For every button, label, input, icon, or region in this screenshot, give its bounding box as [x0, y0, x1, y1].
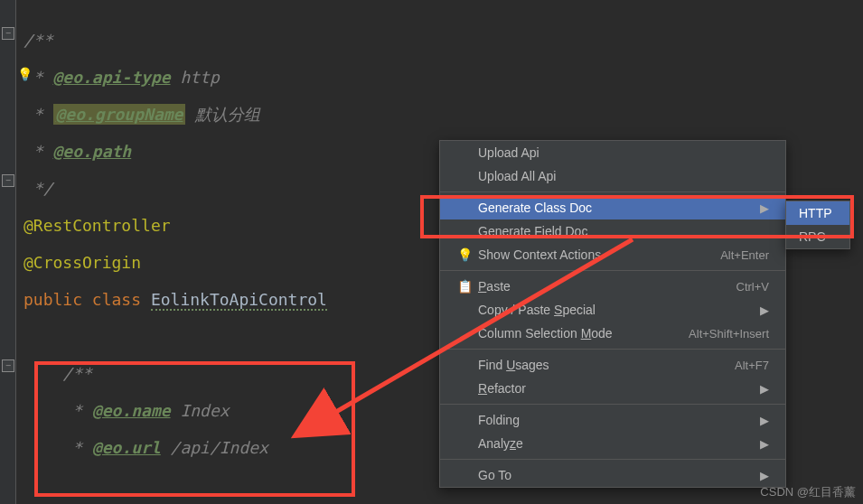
- watermark: CSDN @红目香薰: [760, 484, 856, 500]
- menu-separator: [440, 459, 785, 460]
- menu-analyze[interactable]: Analyze ▶: [440, 432, 785, 455]
- menu-separator: [440, 270, 785, 271]
- doc-tag: @eo.api-type: [53, 68, 171, 87]
- editor-gutter: − 💡 − −: [0, 0, 16, 504]
- menu-copy-paste-special[interactable]: Copy / Paste Special ▶: [440, 298, 785, 322]
- class-name: EolinkToApiControl: [151, 290, 327, 311]
- doc-tag: @eo.url: [92, 438, 161, 457]
- fold-minus-icon[interactable]: −: [2, 359, 14, 372]
- shortcut-text: Ctrl+V: [736, 280, 769, 294]
- chevron-right-icon: ▶: [760, 303, 769, 317]
- submenu-http-rpc: HTTP RPC: [785, 201, 850, 249]
- menu-generate-class-doc[interactable]: Generate Class Doc ▶: [440, 196, 785, 219]
- annotation: @RestController: [23, 216, 171, 235]
- shortcut-text: Alt+Enter: [720, 248, 769, 262]
- chevron-right-icon: ▶: [760, 469, 769, 482]
- menu-folding[interactable]: Folding ▶: [440, 408, 785, 432]
- menu-context-actions[interactable]: 💡 Show Context Actions Alt+Enter: [440, 243, 785, 266]
- chevron-right-icon: ▶: [760, 201, 769, 215]
- menu-separator: [440, 404, 785, 405]
- fold-minus-icon[interactable]: −: [2, 27, 14, 40]
- menu-paste[interactable]: 📋 Paste Ctrl+V: [440, 275, 785, 298]
- context-menu: Upload Api Upload All Api Generate Class…: [439, 140, 786, 488]
- code-line: * @eo.groupName 默认分组: [23, 96, 863, 133]
- annotation: @CrossOrigin: [23, 253, 141, 272]
- submenu-http[interactable]: HTTP: [786, 201, 849, 225]
- shortcut-text: Alt+Shift+Insert: [689, 327, 769, 341]
- menu-goto[interactable]: Go To ▶: [440, 463, 785, 487]
- doc-tag: @eo.name: [92, 401, 171, 420]
- chevron-right-icon: ▶: [760, 382, 769, 396]
- chevron-right-icon: ▶: [760, 437, 769, 451]
- menu-refactor[interactable]: Refactor ▶: [440, 377, 785, 400]
- lightbulb-icon: 💡: [456, 247, 473, 262]
- menu-find-usages[interactable]: Find Usages Alt+F7: [440, 353, 785, 377]
- menu-separator: [440, 349, 785, 350]
- menu-separator: [440, 191, 785, 192]
- code-line: /**: [23, 22, 863, 59]
- menu-upload-api[interactable]: Upload Api: [440, 141, 785, 164]
- menu-column-selection[interactable]: Column Selection Mode Alt+Shift+Insert: [440, 322, 785, 345]
- menu-generate-field-doc[interactable]: Generate Field Doc: [440, 219, 785, 243]
- shortcut-text: Alt+F7: [735, 359, 769, 372]
- paste-icon: 📋: [456, 279, 473, 294]
- menu-upload-all[interactable]: Upload All Api: [440, 164, 785, 188]
- fold-minus-icon[interactable]: −: [2, 174, 14, 187]
- doc-tag: @eo.groupName: [53, 104, 186, 125]
- code-line: * @eo.api-type http: [23, 59, 863, 96]
- doc-tag: @eo.path: [53, 142, 132, 161]
- submenu-rpc[interactable]: RPC: [786, 225, 849, 248]
- chevron-right-icon: ▶: [760, 414, 769, 427]
